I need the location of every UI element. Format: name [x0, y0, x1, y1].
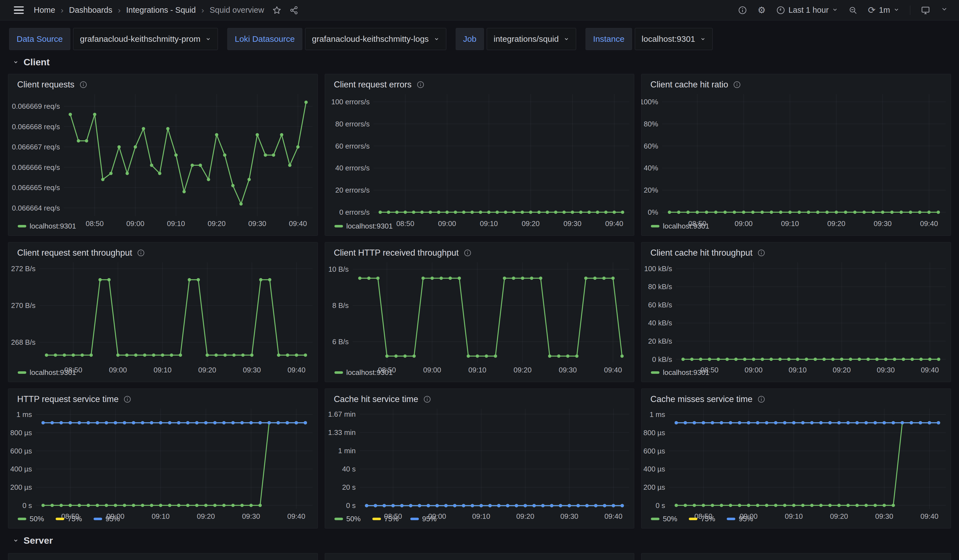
info-icon[interactable] [733, 81, 741, 89]
svg-text:0.066664 req/s: 0.066664 req/s [12, 204, 60, 212]
kiosk-monitor-icon[interactable] [921, 6, 930, 15]
legend-item[interactable]: localhost:9301 [18, 222, 76, 231]
info-icon[interactable] [417, 81, 424, 89]
legend-item[interactable]: 95% [727, 515, 753, 523]
legend-label: 50% [346, 515, 361, 523]
breadcrumb-home[interactable]: Home [34, 6, 55, 15]
panel-client-cache-hit-throughput: Client cache hit throughput 08:5009:0009… [641, 242, 951, 382]
panel-server-stub [8, 553, 318, 560]
legend-item[interactable]: 75% [372, 515, 399, 523]
zoom-out-icon[interactable] [849, 6, 857, 15]
legend-item[interactable]: 50% [18, 515, 44, 523]
share-icon[interactable] [290, 6, 298, 15]
legend-swatch [651, 371, 660, 374]
timeseries-chart[interactable]: 08:5009:0009:1009:2009:3009:4010 B/s8 B/… [325, 258, 634, 367]
instance-select[interactable]: localhost:9301 [635, 28, 713, 50]
timeseries-chart[interactable]: 08:5009:0009:1009:2009:3009:40100 errors… [325, 90, 634, 221]
legend-item[interactable]: localhost:9301 [335, 222, 393, 231]
legend-item[interactable]: 50% [651, 515, 677, 523]
legend-swatch [727, 518, 735, 520]
info-icon[interactable] [757, 249, 765, 257]
panel-http-request-service-time: HTTP request service time 08:5009:0009:1… [8, 388, 318, 528]
star-icon[interactable] [272, 6, 281, 15]
breadcrumb-dashboards[interactable]: Dashboards [69, 6, 112, 15]
info-icon[interactable] [80, 81, 87, 89]
legend-item[interactable]: 75% [56, 515, 82, 523]
legend-swatch [410, 518, 419, 520]
panel-header[interactable]: HTTP request service time [8, 389, 317, 405]
panel-header[interactable]: Cache misses service time [642, 389, 951, 405]
legend-item[interactable]: localhost:9301 [651, 222, 709, 231]
panel-title: Client cache hit ratio [650, 80, 728, 90]
panel-header[interactable]: Client cache hit ratio [642, 74, 951, 90]
svg-text:0.066668 req/s: 0.066668 req/s [12, 123, 60, 131]
svg-text:200 µs: 200 µs [10, 483, 32, 492]
svg-text:600 µs: 600 µs [644, 447, 665, 455]
legend-item[interactable]: localhost:9301 [335, 368, 393, 377]
legend-swatch [651, 225, 660, 228]
timeseries-chart[interactable]: 08:5009:0009:1009:2009:3009:40272 B/s270… [8, 258, 317, 367]
loki-datasource-select[interactable]: grafanacloud-keithschmitty-logs [305, 28, 446, 50]
timeseries-chart[interactable]: 08:5009:0009:1009:2009:3009:40100%80%60%… [642, 90, 951, 221]
panel-header[interactable]: Client request errors [325, 74, 634, 90]
svg-text:0.066666 req/s: 0.066666 req/s [12, 163, 60, 172]
info-icon[interactable] [137, 249, 145, 257]
chevron-down-icon [832, 6, 838, 15]
legend-item[interactable]: localhost:9301 [18, 368, 76, 377]
svg-text:60 kB/s: 60 kB/s [648, 301, 672, 309]
info-icon[interactable] [464, 249, 472, 257]
info-icon[interactable] [757, 395, 765, 403]
dashboard-insights-icon[interactable] [738, 6, 747, 15]
svg-text:20 errors/s: 20 errors/s [335, 186, 370, 194]
legend-label: 75% [68, 515, 82, 523]
panel-header[interactable]: Client request sent throughput [8, 242, 317, 258]
legend-item[interactable]: 95% [410, 515, 436, 523]
legend-label: localhost:9301 [663, 222, 709, 231]
svg-text:80 errors/s: 80 errors/s [335, 120, 370, 128]
chevron-down-icon [206, 36, 211, 42]
panel-row-2: Client request sent throughput 08:5009:0… [0, 242, 959, 382]
info-icon[interactable] [423, 395, 431, 403]
panel-header[interactable]: Client HTTP received throughput [325, 242, 634, 258]
panel-legend: 50%75%95% [325, 514, 634, 528]
panel-title: Client HTTP received throughput [334, 248, 459, 258]
legend-item[interactable]: 75% [689, 515, 715, 523]
timeseries-chart[interactable]: 08:5009:0009:1009:2009:3009:401 ms800 µs… [8, 405, 317, 514]
breadcrumb-folder[interactable]: Integrations - Squid [126, 6, 196, 15]
timeseries-chart[interactable]: 08:5009:0009:1009:2009:3009:401 ms800 µs… [642, 405, 951, 514]
legend-item[interactable]: 95% [94, 515, 120, 523]
legend-item[interactable]: localhost:9301 [651, 368, 709, 377]
menu-icon[interactable] [12, 5, 25, 16]
timeseries-chart[interactable]: 08:5009:0009:1009:2009:3009:401.67 min1.… [325, 405, 634, 514]
panel-header[interactable]: Client requests [8, 74, 317, 90]
info-icon[interactable] [123, 395, 131, 403]
breadcrumb-separator: › [61, 6, 64, 15]
panel-legend: 50%75%95% [8, 514, 317, 528]
timeseries-chart[interactable]: 08:5009:0009:1009:2009:3009:40100 kB/s80… [642, 258, 951, 367]
data-source-select[interactable]: grafanacloud-keithschmitty-prom [73, 28, 218, 50]
svg-text:0.066665 req/s: 0.066665 req/s [12, 183, 60, 192]
chevron-down-icon[interactable] [941, 6, 948, 15]
svg-text:20 kB/s: 20 kB/s [648, 337, 672, 345]
job-select[interactable]: integrations/squid [487, 28, 576, 50]
svg-text:0 s: 0 s [656, 501, 665, 510]
panel-cache-hit-service-time: Cache hit service time 08:5009:0009:1009… [325, 388, 634, 528]
legend-label: localhost:9301 [663, 368, 709, 377]
section-client[interactable]: Client [13, 57, 959, 67]
timeseries-chart[interactable]: 08:5009:0009:1009:2009:3009:400.066669 r… [8, 90, 317, 221]
settings-gear-icon[interactable]: ⚙ [757, 6, 766, 15]
legend-item[interactable]: 50% [335, 515, 361, 523]
refresh-picker[interactable]: ⟳ 1m [868, 6, 900, 15]
panel-header[interactable]: Client cache hit throughput [642, 242, 951, 258]
legend-swatch [94, 518, 102, 520]
filter-job: Job integrations/squid [456, 28, 577, 50]
panel-legend: localhost:9301 [8, 367, 317, 382]
panel-client-requests: Client requests 08:5009:0009:1009:2009:3… [8, 74, 318, 236]
panel-row-3: HTTP request service time 08:5009:0009:1… [0, 388, 959, 528]
chevron-down-icon [434, 36, 440, 42]
legend-swatch [18, 518, 26, 520]
svg-text:40 kB/s: 40 kB/s [648, 319, 672, 327]
time-range-picker[interactable]: Last 1 hour [776, 6, 838, 15]
section-server[interactable]: Server [13, 535, 959, 546]
panel-header[interactable]: Cache hit service time [325, 389, 634, 405]
